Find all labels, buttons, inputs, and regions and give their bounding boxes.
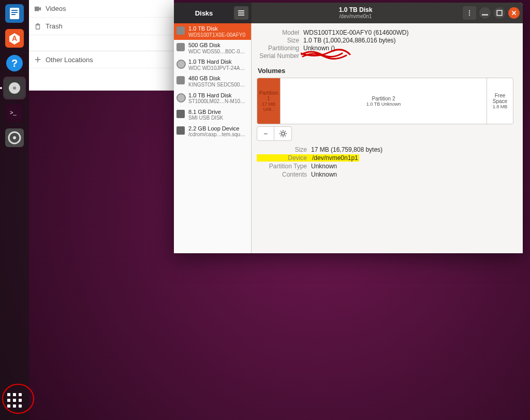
gear-icon	[279, 130, 287, 137]
disk-item[interactable]: 2.2 GB Loop Device/cdrom/casp…tem.squash…	[174, 123, 251, 140]
svg-text:A: A	[12, 34, 17, 42]
files-label: Other Locations	[46, 56, 93, 64]
disk-item[interactable]: 480 GB DiskKINGSTON SEDC500M480G	[174, 73, 251, 90]
disks-window: Disks 1.0 TB Disk /dev/nvme0n1 1.0 TB	[174, 3, 523, 253]
svg-rect-24	[35, 59, 41, 60]
volume-actions: −	[257, 126, 513, 141]
dock-writer[interactable]	[3, 2, 26, 25]
volume-segment[interactable]: Partition 117 MB Unk..	[257, 78, 281, 124]
segment-sub: 1.0 TB Unknown	[366, 102, 401, 107]
disk-item[interactable]: 1.0 TB Hard DiskWDC WD10JPVT-24A1YT0	[174, 56, 251, 73]
annotation-circle	[1, 383, 35, 415]
segment-sub: 1.8 MB	[493, 104, 508, 109]
svg-rect-2	[11, 10, 18, 11]
header-left: Disks	[174, 3, 252, 23]
minimize-button[interactable]	[479, 7, 491, 19]
svg-line-41	[281, 136, 282, 137]
remove-partition-button[interactable]: −	[257, 126, 274, 141]
hamburger-icon	[238, 10, 244, 16]
app-title: Disks	[174, 9, 234, 17]
header-center: 1.0 TB Disk /dev/nvme0n1	[252, 3, 460, 23]
partition-options-button[interactable]	[274, 126, 292, 141]
files-trash[interactable]: Trash	[29, 18, 174, 35]
svg-point-18	[3, 384, 34, 413]
close-button[interactable]	[508, 7, 520, 19]
svg-text:?: ?	[11, 57, 18, 69]
svg-rect-20	[36, 25, 40, 29]
disk-sub: KINGSTON SEDC500M480G	[188, 82, 248, 88]
disk-name: 1.0 TB Disk	[188, 25, 248, 32]
disk-item[interactable]: 500 GB DiskWDC WDS50…B0C-00PXH0	[174, 40, 251, 56]
files-videos[interactable]: Videos	[29, 0, 174, 18]
dock-disks[interactable]	[3, 77, 26, 99]
svg-rect-1	[10, 8, 19, 19]
volumes-heading: Volumes	[258, 67, 513, 75]
value-model: WDS100T1X0E-00AFY0 (614600WD)	[303, 29, 408, 36]
label-sel-device: Device	[257, 154, 311, 162]
svg-point-30	[469, 15, 470, 16]
label-serial: Serial Number	[257, 52, 303, 60]
disk-name: 8.1 GB Drive	[188, 109, 248, 115]
close-icon	[511, 10, 517, 16]
files-label: Videos	[46, 5, 66, 12]
files-other-locations[interactable]: Other Locations	[29, 51, 174, 68]
ubuntu-dock: A ? >_	[0, 0, 29, 420]
maximize-icon	[496, 10, 503, 16]
disk-item[interactable]: 1.0 TB Hard DiskST1000LM02…N-M101MBB	[174, 90, 251, 107]
drive-menu-button[interactable]	[463, 6, 476, 20]
disk-path: /dev/nvme0n1	[340, 13, 372, 19]
svg-rect-21	[36, 24, 40, 25]
volume-segment[interactable]: Free Space1.8 MB	[487, 78, 513, 124]
dock-terminal[interactable]: >_	[3, 102, 26, 124]
segment-name: Partition 1	[259, 90, 278, 102]
segment-sub: 17 MB Unk..	[259, 102, 278, 112]
svg-rect-19	[35, 6, 39, 11]
segment-name: Free Space	[489, 93, 511, 104]
disk-list[interactable]: 1.0 TB DiskWDS100T1X0E-00AFY0500 GB Disk…	[174, 23, 252, 253]
disk-sub: WDS100T1X0E-00AFY0	[188, 32, 248, 38]
value-sel-size: 17 MB (16,759,808 bytes)	[311, 146, 382, 153]
value-sel-contents: Unknown	[311, 171, 337, 178]
svg-rect-25	[238, 10, 244, 11]
disk-item[interactable]: 8.1 GB DriveSMI USB DISK	[174, 107, 251, 123]
disk-item[interactable]: 1.0 TB DiskWDS100T1X0E-00AFY0	[174, 23, 251, 40]
scribble-icon	[301, 48, 352, 60]
value-sel-device: /dev/nvme0n1p1	[311, 154, 359, 162]
svg-point-11	[13, 86, 16, 90]
svg-line-39	[285, 136, 286, 137]
plus-icon	[34, 56, 41, 63]
kebab-icon	[466, 10, 473, 16]
volume-segment[interactable]: Partition 21.0 TB Unknown	[281, 78, 487, 124]
dock-backups[interactable]	[3, 126, 26, 149]
dock-help[interactable]: ?	[3, 52, 26, 75]
svg-text:>_: >_	[10, 109, 17, 115]
svg-point-29	[469, 12, 470, 13]
disks-titlebar[interactable]: Disks 1.0 TB Disk /dev/nvme0n1	[174, 3, 523, 23]
disk-sub: WDC WDS50…B0C-00PXH0	[188, 49, 248, 55]
trash-icon	[34, 23, 41, 30]
value-sel-ptype: Unknown	[311, 163, 337, 170]
dock-software[interactable]: A	[3, 27, 26, 50]
minimize-icon	[482, 10, 488, 16]
label-sel-size: Size	[257, 146, 311, 153]
svg-rect-3	[11, 12, 18, 13]
disk-name: 1.0 TB Hard Disk	[188, 92, 248, 99]
files-sidebar: Videos Trash Other Locations	[29, 0, 174, 91]
label-size: Size	[257, 37, 303, 44]
disk-sub: ST1000LM02…N-M101MBB	[188, 98, 248, 105]
label-model: Model	[257, 29, 303, 36]
disk-name: 1.0 TB Hard Disk	[188, 59, 248, 65]
volume-bar: Partition 117 MB Unk..Partition 21.0 TB …	[257, 78, 513, 124]
svg-line-40	[285, 131, 286, 132]
header-right	[460, 3, 523, 23]
files-label: Trash	[46, 22, 63, 30]
svg-point-33	[282, 132, 285, 135]
svg-rect-32	[497, 10, 502, 16]
maximize-button[interactable]	[494, 7, 505, 19]
disk-title: 1.0 TB Disk	[339, 7, 373, 13]
svg-point-17	[13, 136, 16, 139]
svg-rect-22	[37, 23, 39, 24]
disk-name: 480 GB Disk	[188, 75, 248, 82]
label-sel-ptype: Partition Type	[257, 163, 311, 170]
hamburger-button[interactable]	[234, 6, 248, 20]
